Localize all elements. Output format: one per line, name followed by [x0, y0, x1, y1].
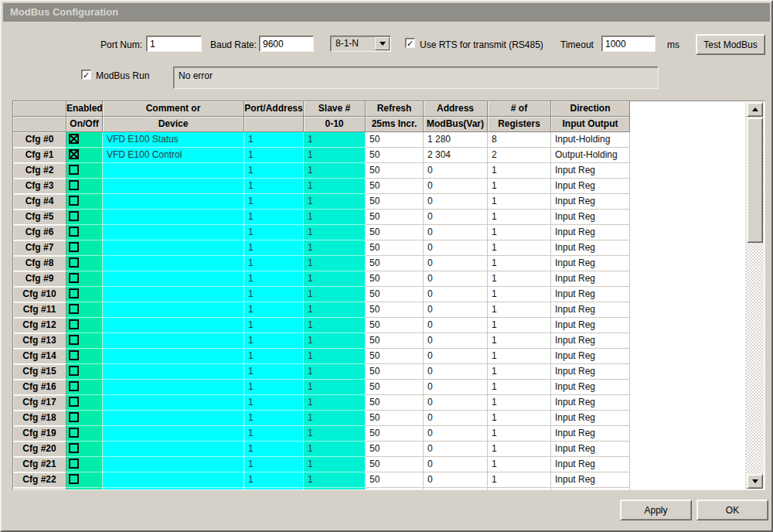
comment-cell[interactable] [103, 411, 244, 426]
port-cell[interactable]: 1 [244, 271, 304, 287]
enabled-cell[interactable] [66, 472, 103, 488]
slave-cell[interactable]: 1 [304, 426, 366, 442]
enabled-checkbox[interactable] [69, 242, 79, 252]
slave-cell[interactable]: 1 [304, 194, 366, 210]
comment-cell[interactable] [103, 287, 244, 302]
direction-cell[interactable]: Input Reg [551, 395, 630, 411]
enabled-checkbox[interactable] [69, 474, 79, 484]
refresh-cell[interactable]: 50 [366, 240, 424, 256]
refresh-cell[interactable]: 50 [366, 148, 424, 163]
refresh-cell[interactable]: 50 [366, 472, 424, 488]
title-bar[interactable]: ModBus Configuration [3, 3, 770, 22]
comment-cell[interactable] [103, 380, 244, 395]
scroll-down-button[interactable] [747, 474, 763, 489]
port-cell[interactable]: 1 [244, 333, 304, 349]
slave-cell[interactable]: 1 [304, 395, 366, 411]
enabled-checkbox[interactable] [69, 227, 79, 237]
port-cell[interactable]: 1 [244, 179, 304, 194]
frame-format-select[interactable]: 8-1-N [330, 36, 391, 52]
address-cell[interactable]: 0 [424, 210, 488, 225]
enabled-checkbox[interactable] [69, 381, 79, 391]
enabled-cell[interactable] [66, 194, 103, 210]
slave-cell[interactable]: 1 [304, 256, 366, 271]
comment-cell[interactable] [103, 302, 244, 318]
slave-cell[interactable]: 1 [304, 179, 366, 194]
registers-cell[interactable]: 1 [488, 364, 551, 380]
direction-cell[interactable]: Input Reg [551, 380, 630, 395]
enabled-cell[interactable] [66, 287, 103, 302]
port-cell[interactable]: 1 [244, 148, 304, 163]
comment-cell[interactable] [103, 364, 244, 380]
slave-cell[interactable]: 1 [304, 163, 366, 179]
enabled-cell[interactable] [66, 148, 103, 163]
comment-cell[interactable] [103, 179, 244, 194]
slave-cell[interactable]: 1 [304, 380, 366, 395]
registers-cell[interactable]: 1 [488, 349, 551, 364]
address-cell[interactable]: 0 [424, 271, 488, 287]
comment-cell[interactable] [103, 333, 244, 349]
enabled-cell[interactable] [66, 426, 103, 442]
address-cell[interactable]: 0 [424, 318, 488, 333]
rts-checkbox[interactable]: ✓ [405, 38, 415, 48]
enabled-checkbox[interactable] [69, 443, 79, 453]
refresh-cell[interactable]: 50 [366, 457, 424, 472]
refresh-cell[interactable]: 50 [366, 349, 424, 364]
port-cell[interactable]: 1 [244, 457, 304, 472]
enabled-cell[interactable] [66, 349, 103, 364]
direction-cell[interactable]: Input Reg [551, 210, 630, 225]
comment-cell[interactable] [103, 271, 244, 287]
refresh-cell[interactable]: 50 [366, 194, 424, 210]
enabled-cell[interactable] [66, 240, 103, 256]
refresh-cell[interactable]: 50 [366, 395, 424, 411]
direction-cell[interactable]: Input Reg [551, 163, 630, 179]
slave-cell[interactable]: 1 [304, 240, 366, 256]
enabled-checkbox[interactable] [69, 428, 79, 438]
address-cell[interactable]: 0 [424, 179, 488, 194]
refresh-cell[interactable]: 50 [366, 271, 424, 287]
address-cell[interactable]: 0 [424, 457, 488, 472]
address-cell[interactable]: 0 [424, 194, 488, 210]
registers-cell[interactable]: 1 [488, 194, 551, 210]
registers-cell[interactable]: 1 [488, 395, 551, 411]
direction-cell[interactable]: Input Reg [551, 318, 630, 333]
slave-cell[interactable]: 1 [304, 318, 366, 333]
address-cell[interactable]: 0 [424, 240, 488, 256]
comment-cell[interactable] [103, 349, 244, 364]
slave-cell[interactable]: 1 [304, 333, 366, 349]
slave-cell[interactable]: 1 [304, 442, 366, 457]
scrollbar-thumb[interactable] [747, 118, 763, 243]
address-cell[interactable]: 0 [424, 411, 488, 426]
refresh-cell[interactable]: 50 [366, 287, 424, 302]
comment-cell[interactable] [103, 210, 244, 225]
slave-cell[interactable]: 1 [304, 225, 366, 240]
address-cell[interactable]: 0 [424, 256, 488, 271]
modbus-run-checkbox[interactable]: ✓ [81, 70, 91, 80]
direction-cell[interactable]: Input Reg [551, 271, 630, 287]
direction-cell[interactable]: Input Reg [551, 287, 630, 302]
comment-cell[interactable] [103, 163, 244, 179]
enabled-checkbox[interactable] [69, 211, 79, 221]
ok-button[interactable]: OK [696, 500, 768, 520]
scroll-up-button[interactable] [747, 102, 763, 117]
refresh-cell[interactable]: 50 [366, 225, 424, 240]
comment-cell[interactable]: VFD E100 Status [103, 132, 244, 148]
enabled-checkbox[interactable] [69, 134, 79, 144]
slave-cell[interactable]: 1 [304, 287, 366, 302]
enabled-checkbox[interactable] [69, 165, 79, 175]
enabled-checkbox[interactable] [69, 459, 79, 469]
baud-rate-input[interactable] [259, 36, 314, 52]
registers-cell[interactable]: 1 [488, 411, 551, 426]
address-cell[interactable]: 0 [424, 163, 488, 179]
direction-cell[interactable]: Input Reg [551, 457, 630, 472]
registers-cell[interactable]: 1 [488, 426, 551, 442]
registers-cell[interactable]: 1 [488, 179, 551, 194]
enabled-checkbox[interactable] [69, 412, 79, 422]
registers-cell[interactable]: 1 [488, 472, 551, 488]
direction-cell[interactable]: Input Reg [551, 225, 630, 240]
address-cell[interactable]: 0 [424, 380, 488, 395]
registers-cell[interactable]: 1 [488, 457, 551, 472]
slave-cell[interactable]: 1 [304, 472, 366, 488]
registers-cell[interactable]: 2 [488, 148, 551, 163]
direction-cell[interactable]: Input Reg [551, 442, 630, 457]
refresh-cell[interactable]: 50 [366, 256, 424, 271]
